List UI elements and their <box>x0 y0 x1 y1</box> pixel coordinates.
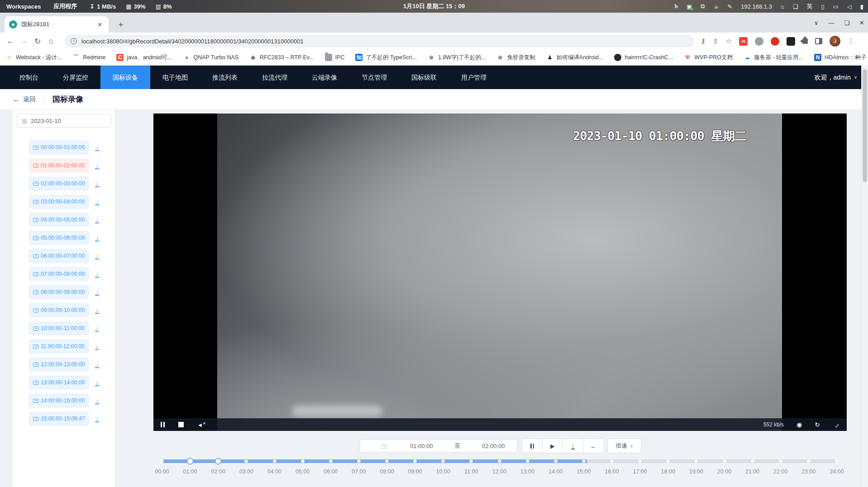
extensions-puzzle-icon[interactable] <box>802 38 808 44</box>
reload-icon[interactable]: ↻ <box>31 37 44 46</box>
download-icon[interactable]: ↓ <box>95 379 99 386</box>
bing-tray-icon[interactable]: b <box>675 3 678 10</box>
bookmark-item[interactable]: ☁ 服务器 - 轻量应用... <box>744 54 803 61</box>
bookmark-item[interactable]: ◕ QNAP Turbo NAS <box>183 54 238 61</box>
volume-icon[interactable]: ◁ <box>847 3 852 10</box>
battery-icon[interactable]: ▮ <box>860 3 863 10</box>
segment-button[interactable]: 03:00:00-04:00:00 <box>29 195 89 208</box>
home-tray-icon[interactable]: ⌂ <box>781 3 784 10</box>
bookmark-item[interactable]: hairrrrr/C-CrashC... <box>614 54 673 61</box>
bookmark-item[interactable]: ⌒ Redmine <box>72 54 105 61</box>
bookmarks-overflow-icon[interactable]: » <box>854 53 865 61</box>
time-range-input[interactable]: ◷ 01:00:00 至 02:00:00 <box>360 439 517 453</box>
bookmark-item[interactable]: ≡ Webstack - 设计... <box>5 54 62 61</box>
date-picker-input[interactable]: ▦ 2023-01-10 <box>17 114 111 128</box>
speed-dropdown[interactable]: 倍速 ∨ <box>607 439 641 453</box>
nav-item[interactable]: 电子地图 <box>150 66 200 89</box>
nav-item[interactable]: 国标级联 <box>399 66 449 89</box>
browser-home-icon[interactable]: ⌂ <box>44 37 58 46</box>
extension-gray-icon[interactable] <box>755 37 763 46</box>
bookmark-item[interactable]: C java、android可... <box>116 54 172 61</box>
segment-button[interactable]: 06:00:00-07:00:00 <box>29 249 89 263</box>
phone-link-icon[interactable]: ▯ <box>821 3 824 10</box>
fullscreen-icon[interactable]: ↔ <box>831 420 841 430</box>
bookmark-item[interactable]: ♟ 如何编译Android... <box>546 54 604 61</box>
browser-menu-icon[interactable]: ⋮ <box>848 37 855 45</box>
nav-item[interactable]: 云端录像 <box>300 66 349 89</box>
segment-button[interactable]: 08:00:00-09:00:00 <box>29 285 89 299</box>
color-picker-tray-icon[interactable]: ✎ <box>727 3 732 10</box>
bookmark-item[interactable]: ⊕ 免登录复制 <box>496 54 535 61</box>
timeline-track[interactable] <box>162 459 837 463</box>
refresh-icon[interactable]: ↻ <box>815 421 820 428</box>
bookmark-item[interactable]: IPC <box>325 54 345 61</box>
download-icon[interactable]: ↓ <box>95 180 99 187</box>
segment-button[interactable]: 04:00:00-05:00:00 <box>29 213 89 227</box>
browser-tab[interactable]: ◆ 国标28181 ✕ <box>5 16 109 33</box>
segment-button[interactable]: 05:00:00-06:00:00 <box>29 231 89 245</box>
tab-close-icon[interactable]: ✕ <box>95 21 104 28</box>
screenshot-tray-icon[interactable]: ▣ <box>687 3 692 10</box>
segment-button[interactable]: 02:00:00-03:00:00 <box>29 177 89 190</box>
seek-back-button[interactable]: ← <box>583 439 604 453</box>
window-minimize-button[interactable]: — <box>828 19 834 26</box>
download-icon[interactable]: ↓ <box>95 253 99 260</box>
pause-button[interactable] <box>522 439 543 453</box>
extension-dark-icon[interactable] <box>787 37 795 46</box>
timeline-handle[interactable] <box>187 458 194 465</box>
caffeine-tray-icon[interactable]: ☕ <box>714 3 719 10</box>
bookmark-star-icon[interactable]: ☆ <box>726 37 732 45</box>
end-time-value[interactable]: 02:00:00 <box>476 443 512 449</box>
segment-button[interactable]: 10:00:00-11:00:00 <box>29 322 89 335</box>
bookmark-item[interactable]: Ψ WVP-PRO文档 <box>684 54 733 61</box>
site-info-icon[interactable]: i <box>71 38 77 44</box>
download-icon[interactable]: ↓ <box>95 217 99 223</box>
bookmark-item[interactable]: ◉ RFC2833 – RTP Ev... <box>249 54 314 61</box>
download-icon[interactable]: ↓ <box>95 307 99 314</box>
nav-item[interactable]: 推流列表 <box>200 66 250 89</box>
address-bar[interactable]: i localhost:38080/#/gbRecordDetail/34020… <box>64 35 694 47</box>
start-time-value[interactable]: 01:00:00 <box>404 443 440 449</box>
window-restore-button[interactable]: ❑ <box>844 19 849 26</box>
bookmark-item[interactable]: 知 了不起的 TypeScri... <box>355 54 417 61</box>
download-icon[interactable]: ↓ <box>95 325 99 332</box>
snapshot-icon[interactable]: ◉ <box>796 421 802 428</box>
extension-red-icon[interactable] <box>771 37 779 46</box>
segment-button[interactable]: 01:00:00-02:00:00 <box>29 159 89 172</box>
segment-button[interactable]: 07:00:00-08:00:00 <box>29 267 89 281</box>
timeline-handle[interactable] <box>215 458 222 465</box>
nav-item[interactable]: 用户管理 <box>449 66 499 89</box>
clipboard-tray-icon[interactable]: ⧉ <box>701 3 705 10</box>
download-icon[interactable]: ↓ <box>95 162 99 169</box>
clock[interactable]: 1月10日 星期二 15：09 <box>403 2 465 10</box>
download-icon[interactable]: ↓ <box>95 361 99 368</box>
segment-button[interactable]: 15:00:00-15:09:47 <box>29 412 89 426</box>
play-button[interactable]: ▶ <box>543 439 563 453</box>
new-tab-button[interactable]: + <box>115 19 127 31</box>
download-icon[interactable]: ↓ <box>95 397 99 404</box>
nav-item[interactable]: 分屏监控 <box>51 66 100 89</box>
mute-icon[interactable]: ◄✕ <box>197 421 206 428</box>
segment-button[interactable]: 13:00:00-14:00:00 <box>29 376 89 389</box>
input-language-indicator[interactable]: 英 <box>806 2 812 10</box>
scrollbar-thumb[interactable] <box>863 69 867 182</box>
download-icon[interactable]: ↓ <box>95 271 99 278</box>
back-nav-icon[interactable]: ← <box>4 37 17 46</box>
download-icon[interactable]: ↓ <box>95 343 99 350</box>
profile-avatar[interactable]: J <box>830 36 840 47</box>
segment-button[interactable]: 12:00:00-13:00:00 <box>29 358 89 371</box>
download-icon[interactable]: ↓ <box>95 235 99 241</box>
forward-nav-icon[interactable]: → <box>17 37 31 46</box>
window-close-button[interactable]: ✕ <box>859 19 864 26</box>
segment-button[interactable]: 11:00:00-12:00:00 <box>29 340 89 353</box>
segment-button[interactable]: 09:00:00-10:00:00 <box>29 303 89 317</box>
player-stop-icon[interactable] <box>178 422 184 427</box>
user-menu[interactable]: 欢迎，admin ∨ <box>815 66 857 89</box>
ip-address-indicator[interactable]: 192.168.1.3 <box>741 3 772 10</box>
download-icon[interactable]: ↓ <box>95 289 99 296</box>
side-panel-icon[interactable] <box>815 38 822 44</box>
bookmark-item[interactable]: ⊕ 1.8W字|了不起的... <box>428 54 486 61</box>
page-scrollbar[interactable] <box>861 66 868 487</box>
video-player[interactable]: 2023-01-10 01:00:00 星期二 ◄✕ 552 kb/s ◉ ↻ … <box>153 113 847 431</box>
player-pause-icon[interactable] <box>161 422 165 427</box>
